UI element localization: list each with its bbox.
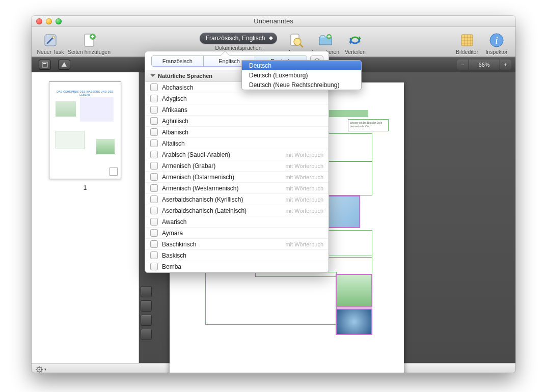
language-row[interactable]: Albanisch [145, 127, 329, 138]
language-dropdown-label: Französisch, Englisch [206, 35, 265, 42]
language-row[interactable]: Armenisch (Westarmenisch)mit Wörterbuch [145, 183, 329, 194]
share-arrows-icon [346, 32, 364, 49]
language-name: Baskisch [162, 252, 186, 259]
doc-image-3 [336, 309, 372, 335]
language-row[interactable]: Aymara [145, 228, 329, 239]
thumbnail-view-button[interactable] [39, 60, 51, 70]
language-name: Armenisch (Grabar) [162, 162, 215, 170]
language-name: Aghulisch [162, 118, 188, 125]
area-tool-1[interactable] [141, 286, 152, 297]
area-tool-4[interactable] [141, 329, 152, 340]
add-pages-button[interactable]: Seiten hinzufügen [66, 29, 112, 55]
doc-text-block-6 [205, 272, 337, 325]
checkbox[interactable] [150, 139, 158, 147]
language-row[interactable]: Arabisch (Saudi-Arabien)mit Wörterbuch [145, 149, 329, 160]
zoom-value[interactable]: 66% [469, 60, 500, 70]
language-row[interactable]: Afrikaans [145, 104, 329, 116]
language-row[interactable]: Aghulisch [145, 116, 329, 127]
language-name: Adygisch [162, 95, 187, 102]
language-variant-submenu: DeutschDeutsch (Luxemburg)Deutsch (Neue … [241, 60, 362, 90]
new-task-button[interactable]: Neuer Task [37, 29, 64, 55]
checkbox[interactable] [150, 128, 158, 136]
language-row[interactable]: Adygisch [145, 93, 329, 104]
ruler-icon [458, 32, 476, 49]
doc-quote-block: Wasser ist das Blut der Erde Leonardo da… [348, 119, 389, 131]
language-dropdown[interactable]: Französisch, Englisch [200, 33, 278, 44]
language-name: Armenisch (Westarmenisch) [162, 185, 238, 192]
window-title: Unbenanntes [32, 17, 515, 25]
language-name: Aserbaidschanisch (Kyrillisch) [162, 196, 243, 203]
thumbnail-page-number: 1 [84, 184, 87, 191]
language-name: Bemba [162, 263, 181, 270]
checkbox[interactable] [150, 218, 158, 226]
page-plus-icon [80, 32, 98, 49]
language-meta: mit Wörterbuch [285, 163, 323, 169]
language-name: Baschkirisch [162, 241, 196, 248]
language-name: Aserbaidschanisch (Lateinisch) [162, 207, 247, 214]
submenu-item[interactable]: Deutsch [242, 61, 361, 70]
svg-rect-11 [43, 63, 46, 64]
checkbox[interactable] [150, 173, 158, 181]
doc-image-2 [336, 274, 372, 307]
submenu-item[interactable]: Deutsch (Luxemburg) [242, 70, 361, 80]
language-row[interactable]: Bemba [145, 261, 329, 272]
language-dropdown-caption: Dokumentsprachen [215, 45, 261, 51]
checkbox[interactable] [150, 207, 158, 214]
checkbox[interactable] [150, 251, 158, 259]
zoom-in-button[interactable]: + [500, 60, 511, 70]
share-label: Verteilen [345, 49, 366, 55]
checkbox[interactable] [150, 263, 158, 270]
language-category-label: Natürliche Sprachen [158, 73, 212, 79]
language-row[interactable]: Armenisch (Ostarmenisch)mit Wörterbuch [145, 172, 329, 183]
zoom-out-button[interactable]: − [457, 60, 469, 70]
language-row[interactable]: Armenisch (Grabar)mit Wörterbuch [145, 160, 329, 172]
language-meta: mit Wörterbuch [285, 185, 323, 191]
page-type-icon [110, 167, 118, 176]
svg-point-13 [39, 369, 40, 370]
magnifier-page-icon [287, 32, 305, 49]
share-button[interactable]: Verteilen [341, 29, 369, 55]
language-row[interactable]: Baskisch [145, 250, 329, 261]
language-name: Aymara [162, 230, 183, 237]
language-meta: mit Wörterbuch [285, 152, 323, 158]
image-editor-label: Bildeditor [456, 49, 478, 55]
disclosure-triangle-icon [150, 74, 155, 79]
inspector-button[interactable]: i Inspektor [483, 29, 510, 55]
language-row[interactable]: Awarisch [145, 216, 329, 228]
language-row[interactable]: Baschkirischmit Wörterbuch [145, 239, 329, 250]
checkbox[interactable] [150, 117, 158, 125]
area-tool-3[interactable] [141, 315, 152, 326]
new-task-label: Neuer Task [37, 49, 64, 55]
wand-icon [42, 32, 59, 49]
language-tab[interactable]: Französisch [152, 56, 204, 66]
checkbox[interactable] [150, 162, 158, 170]
language-row[interactable]: Altaiisch [145, 138, 329, 149]
language-row[interactable]: Aserbaidschanisch (Lateinisch)mit Wörter… [145, 205, 329, 216]
submenu-item[interactable]: Deutsch (Neue Rechtschreibung) [242, 80, 361, 90]
language-meta: mit Wörterbuch [285, 197, 323, 203]
add-pages-label: Seiten hinzufügen [68, 49, 111, 55]
svg-text:i: i [495, 35, 498, 45]
checkbox[interactable] [150, 240, 158, 248]
thumbnail-title: DAS GEHEIMNIS DES WASSERS UND DES LEBENS [54, 90, 116, 96]
thumbnail-sidebar: DAS GEHEIMNIS DES WASSERS UND DES LEBENS… [32, 72, 139, 363]
warnings-button[interactable] [58, 60, 70, 70]
titlebar: Unbenanntes [32, 16, 515, 27]
checkbox[interactable] [150, 195, 158, 203]
checkbox[interactable] [150, 184, 158, 192]
page-thumbnail[interactable]: DAS GEHEIMNIS DES WASSERS UND DES LEBENS [49, 81, 121, 179]
checkbox[interactable] [150, 151, 158, 158]
language-name: Altaiisch [162, 140, 185, 147]
language-name: Abchasisch [162, 84, 193, 91]
area-tool-2[interactable] [141, 300, 152, 312]
checkbox[interactable] [150, 229, 158, 237]
gear-menu-button[interactable]: ▾ [36, 366, 46, 373]
info-icon: i [488, 32, 505, 49]
language-row[interactable]: Aserbaidschanisch (Kyrillisch)mit Wörter… [145, 194, 329, 205]
checkbox[interactable] [150, 95, 158, 102]
image-editor-button[interactable]: Bildeditor [453, 29, 481, 55]
checkbox[interactable] [150, 83, 158, 91]
folder-export-icon [317, 32, 334, 49]
language-name: Afrikaans [162, 106, 187, 114]
checkbox[interactable] [150, 106, 158, 114]
